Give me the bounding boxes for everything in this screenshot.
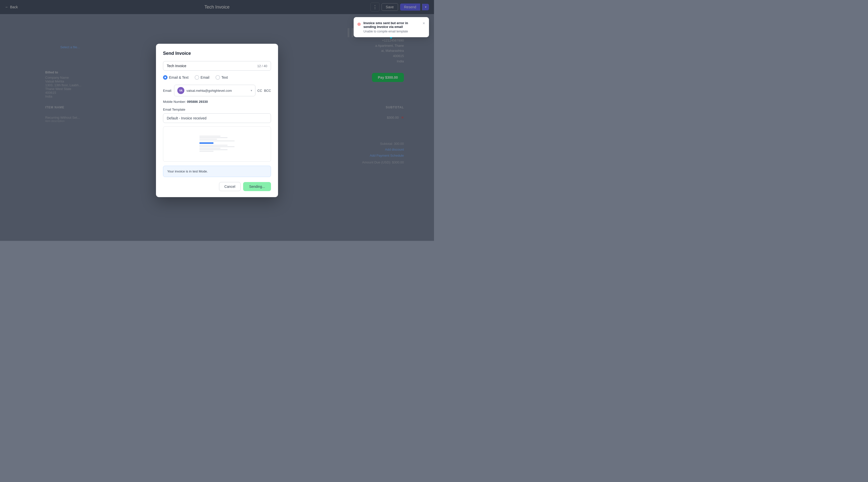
preview-line	[199, 141, 235, 141]
mobile-label: Mobile Number:	[163, 100, 186, 104]
modal-footer: Cancel Sending...	[163, 182, 271, 191]
radio-text-label: Text	[221, 76, 228, 80]
radio-email-label: Email	[201, 76, 210, 80]
radio-email-text-label: Email & Text	[169, 76, 189, 80]
preview-line	[199, 136, 220, 137]
test-mode-notice: Your invoice is in test Mode.	[163, 166, 271, 177]
email-input-wrapper[interactable]: VA vatsal.mehta@gohighlevel.com ▾	[174, 85, 255, 96]
mobile-value: 095886 29330	[187, 100, 208, 104]
email-label: Email:	[163, 89, 172, 92]
bcc-button[interactable]: BCC	[264, 89, 271, 92]
radio-email-indicator	[195, 75, 199, 80]
radio-email-text-indicator	[163, 75, 167, 80]
preview-button-bar	[199, 142, 214, 144]
toast-title: Invoice sms sent but error in sending in…	[364, 21, 420, 29]
mobile-number-row: Mobile Number: 095886 29330	[163, 100, 271, 104]
invoice-name-text: Tech Invoice	[167, 64, 186, 68]
preview-line	[199, 148, 220, 149]
test-mode-text: Your invoice is in test Mode.	[167, 169, 208, 173]
preview-line	[199, 139, 217, 140]
template-select[interactable]: Default - Invoice received	[163, 113, 271, 123]
email-field-container: Email: VA vatsal.mehta@gohighlevel.com ▾…	[163, 85, 271, 96]
toast-close-button[interactable]: ×	[423, 21, 425, 26]
error-icon: ⊗	[357, 21, 361, 27]
radio-text[interactable]: Text	[216, 75, 228, 80]
template-label: Email Template	[163, 108, 271, 111]
email-value: vatsal.mehta@gohighlevel.com	[186, 89, 249, 92]
radio-email-text[interactable]: Email & Text	[163, 75, 189, 80]
email-preview-content	[199, 136, 235, 152]
chevron-down-icon: ▾	[251, 89, 252, 92]
toast-subtitle: Unable to compile email template	[364, 30, 420, 33]
radio-text-indicator	[216, 75, 220, 80]
avatar: VA	[177, 87, 184, 94]
cancel-button[interactable]: Cancel	[219, 182, 241, 191]
invoice-name-field: Tech Invoice 12 / 40	[163, 61, 271, 70]
invoice-counter: 12 / 40	[257, 64, 267, 68]
preview-line	[199, 137, 227, 138]
toast-content: Invoice sms sent but error in sending in…	[364, 21, 420, 33]
cc-button[interactable]: CC	[257, 89, 262, 92]
send-invoice-modal: Send Invoice Tech Invoice 12 / 40 Email …	[156, 44, 278, 197]
send-method-radio-group: Email & Text Email Text	[163, 75, 271, 80]
preview-line	[199, 149, 227, 150]
preview-line	[199, 151, 214, 151]
template-value: Default - Invoice received	[167, 116, 207, 120]
email-preview-thumbnail	[163, 126, 271, 162]
modal-title: Send Invoice	[163, 51, 271, 56]
radio-email[interactable]: Email	[195, 75, 210, 80]
preview-line	[199, 145, 227, 146]
toast-notification: ⊗ Invoice sms sent but error in sending …	[353, 17, 429, 37]
sending-button[interactable]: Sending...	[243, 182, 271, 191]
preview-line	[199, 146, 235, 147]
